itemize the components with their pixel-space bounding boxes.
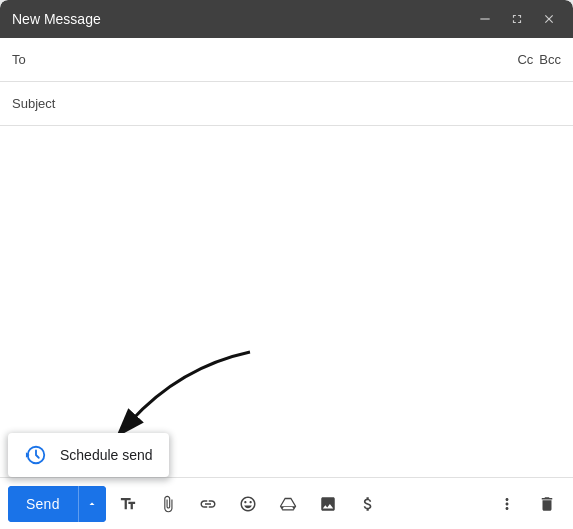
compose-toolbar: Send (0, 477, 573, 529)
more-vertical-icon (498, 495, 516, 513)
money-icon (359, 495, 377, 513)
to-input[interactable] (40, 38, 517, 81)
emoji-button[interactable] (230, 486, 266, 522)
compose-title: New Message (12, 11, 101, 27)
cc-bcc-links: Cc Bcc (517, 52, 561, 67)
bcc-link[interactable]: Bcc (539, 52, 561, 67)
link-button[interactable] (190, 486, 226, 522)
subject-label: Subject (12, 96, 55, 111)
to-label: To (12, 52, 40, 67)
emoji-icon (239, 495, 257, 513)
delete-icon (538, 495, 556, 513)
schedule-send-tooltip[interactable]: Schedule send (8, 433, 169, 477)
formatting-icon (119, 495, 137, 513)
more-options-button[interactable] (489, 486, 525, 522)
minimize-button[interactable] (473, 7, 497, 31)
drive-icon (279, 495, 297, 513)
close-button[interactable] (537, 7, 561, 31)
chevron-up-icon (86, 498, 98, 510)
send-button[interactable]: Send (8, 486, 78, 522)
cc-link[interactable]: Cc (517, 52, 533, 67)
drive-button[interactable] (270, 486, 306, 522)
minimize-icon (478, 12, 492, 26)
money-button[interactable] (350, 486, 386, 522)
formatting-button[interactable] (110, 486, 146, 522)
subject-input[interactable] (55, 82, 561, 125)
discard-button[interactable] (529, 486, 565, 522)
schedule-send-icon (24, 443, 48, 467)
send-dropdown-button[interactable] (78, 486, 106, 522)
attach-icon (159, 495, 177, 513)
send-button-group: Send (8, 486, 106, 522)
photo-icon (319, 495, 337, 513)
compose-header: New Message (0, 0, 573, 38)
header-controls (473, 7, 561, 31)
expand-button[interactable] (505, 7, 529, 31)
expand-icon (510, 12, 524, 26)
svg-rect-0 (480, 18, 489, 19)
to-field-row: To Cc Bcc (0, 38, 573, 82)
compose-window: New Message To Cc Bcc Subject (0, 0, 573, 529)
compose-body[interactable] (0, 126, 573, 477)
compose-textarea[interactable] (12, 134, 561, 469)
attach-button[interactable] (150, 486, 186, 522)
schedule-send-label: Schedule send (60, 447, 153, 463)
subject-field-row: Subject (0, 82, 573, 126)
link-icon (199, 495, 217, 513)
photo-button[interactable] (310, 486, 346, 522)
close-icon (542, 12, 556, 26)
